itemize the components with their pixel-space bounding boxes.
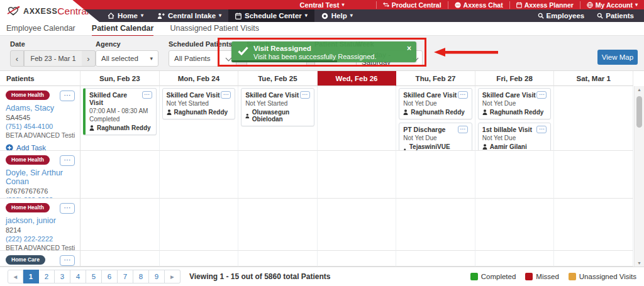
prev-week-button[interactable]: ‹ xyxy=(10,50,24,67)
calendar-cell[interactable] xyxy=(160,251,239,267)
patient-menu-button[interactable]: ⋯ xyxy=(60,155,75,166)
page-button-6[interactable]: 6 xyxy=(102,270,118,283)
visit-menu-button[interactable]: ⋯ xyxy=(536,91,547,99)
patient-menu-button[interactable]: ⋯ xyxy=(60,255,75,266)
visit-menu-button[interactable]: ⋯ xyxy=(458,91,468,99)
view-map-button[interactable]: View Map xyxy=(597,50,638,65)
patient-name-link[interactable]: Adams, Stacy xyxy=(6,104,75,113)
nav-central-intake[interactable]: Central Intake ▾ xyxy=(150,9,228,22)
calendar-cell[interactable] xyxy=(396,251,475,267)
calendar-cell[interactable] xyxy=(475,199,555,251)
calendar-cell[interactable] xyxy=(554,251,633,267)
patient-menu-button[interactable]: ⋯ xyxy=(60,203,75,214)
visit-card[interactable]: Skilled Care Visit⋯ Not Yet Due Raghunat… xyxy=(478,88,552,119)
my-account-menu[interactable]: My Account ▾ xyxy=(580,1,644,9)
tab-unassigned-patient-visits[interactable]: Unassigned Patient Visits xyxy=(170,24,259,35)
calendar-cell[interactable] xyxy=(396,199,475,251)
page-button-4[interactable]: 4 xyxy=(70,270,86,283)
patient-name-link[interactable]: jackson, junior xyxy=(6,216,75,225)
page-button-3[interactable]: 3 xyxy=(55,270,70,283)
tab-employee-calendar[interactable]: Employee Calendar xyxy=(6,24,75,35)
visit-status: Completed xyxy=(89,116,152,123)
toast-close-icon[interactable]: × xyxy=(407,45,411,52)
calendar-cell[interactable] xyxy=(80,199,160,251)
scroll-up-icon[interactable]: ▲ xyxy=(635,87,644,92)
caret-down-icon: ▾ xyxy=(150,55,153,62)
calendar-cell-sat[interactable] xyxy=(554,86,633,151)
top-red-bar: Central Test ▾ Product Central Axxess Ch… xyxy=(0,0,644,9)
calendar-cell-wed[interactable] xyxy=(318,86,397,151)
page-next-button[interactable]: ▸ xyxy=(165,270,180,283)
agency-select[interactable]: All selected ▾ xyxy=(96,50,158,67)
calendar-cell-fri[interactable]: Skilled Care Visit⋯ Not Yet Due Raghunat… xyxy=(475,86,555,151)
date-range-value[interactable]: Feb 23 - Mar 1 xyxy=(24,50,82,67)
calendar-cell[interactable] xyxy=(238,199,318,251)
calendar-cell[interactable] xyxy=(554,199,633,251)
calendar-cell[interactable] xyxy=(160,199,239,251)
page-prev-button[interactable]: ◂ xyxy=(8,270,23,283)
vertical-scrollbar[interactable]: ▲ ▼ xyxy=(634,86,644,267)
legend-unassigned: Unassigned Visits xyxy=(569,273,636,280)
add-task-button[interactable]: Add Task xyxy=(6,144,75,150)
calendar-cell[interactable] xyxy=(318,151,397,199)
program-badge: Home Health xyxy=(6,91,50,100)
calendar-cell[interactable] xyxy=(475,251,555,267)
page-button-1[interactable]: 1 xyxy=(23,270,39,283)
calendar-cell-tue[interactable]: Skilled Care Visit⋯ Not Yet Started Oluw… xyxy=(238,86,318,151)
patient-menu-button[interactable]: ⋯ xyxy=(60,91,75,101)
patient-phone-link[interactable]: (751) 454-4100 xyxy=(6,123,75,130)
calendar-cell[interactable] xyxy=(238,251,318,267)
calendar-cell[interactable] xyxy=(318,199,397,251)
scroll-down-icon[interactable]: ▼ xyxy=(635,261,644,265)
tab-patient-calendar[interactable]: Patient Calendar xyxy=(92,24,154,37)
visit-card[interactable]: Skilled Care Visit⋯ Not Yet Started Oluw… xyxy=(241,88,314,126)
caret-down-icon: ▾ xyxy=(635,3,638,8)
product-central-link[interactable]: Product Central xyxy=(376,1,448,9)
legend-completed: Completed xyxy=(470,273,516,280)
page-button-7[interactable]: 7 xyxy=(118,270,133,283)
missed-swatch xyxy=(525,273,533,280)
patient-row: Home Care ⋯ Prod Medical, Kiran Jadhav xyxy=(0,251,80,267)
calendar-cell-mon[interactable]: Skilled Care Visit⋯ Not Yet Started Ragh… xyxy=(160,86,239,151)
search-patients-link[interactable]: Patients xyxy=(592,12,639,19)
day-header-fri: Fri, Feb 28 xyxy=(475,71,555,86)
page-button-8[interactable]: 8 xyxy=(133,270,149,283)
calendar-cell[interactable] xyxy=(554,151,633,199)
calendar-cell[interactable] xyxy=(318,251,397,267)
patient-phone-link[interactable]: (333) 333-3333 xyxy=(6,196,75,198)
axxess-chat-link[interactable]: Axxess Chat xyxy=(448,1,509,9)
visit-card[interactable]: Skilled Care Visit⋯ 07:00 AM - 08:30 AM … xyxy=(83,88,157,135)
nav-help[interactable]: Help ▾ xyxy=(314,9,360,22)
visit-menu-button[interactable]: ⋯ xyxy=(458,126,468,133)
calendar-cell[interactable] xyxy=(238,151,318,199)
page-button-2[interactable]: 2 xyxy=(39,270,55,283)
scheduled-patients-select[interactable]: All Patients xyxy=(169,50,236,67)
calendar-cell-sun[interactable]: Skilled Care Visit⋯ 07:00 AM - 08:30 AM … xyxy=(80,86,160,151)
axxess-planner-link[interactable]: Axxess Planner xyxy=(509,1,580,9)
visit-menu-button[interactable]: ⋯ xyxy=(142,91,152,99)
calendar-cell[interactable] xyxy=(475,151,555,199)
page-button-5[interactable]: 5 xyxy=(86,270,102,283)
patient-phone-link[interactable]: (222) 222-2222 xyxy=(6,235,75,243)
search-employees-link[interactable]: Employees xyxy=(533,12,590,19)
calendar-cell-thu[interactable]: Skilled Care Visit⋯ Not Yet Due Raghunat… xyxy=(396,86,475,151)
patient-name-link[interactable]: Doyle, Sir Arthur Conan xyxy=(6,168,75,186)
visit-menu-button[interactable]: ⋯ xyxy=(300,91,310,99)
visit-card[interactable]: PT Discharge⋯ Not Yet Due TejaswiniVUE A… xyxy=(399,123,472,151)
calendar-cell[interactable] xyxy=(80,251,160,267)
calendar-cell[interactable] xyxy=(396,151,475,199)
calendar-cell[interactable] xyxy=(160,151,239,199)
visit-menu-button[interactable]: ⋯ xyxy=(536,126,547,133)
visit-card[interactable]: Skilled Care Visit⋯ Not Yet Started Ragh… xyxy=(162,88,236,119)
scrollbar-thumb[interactable] xyxy=(636,96,642,128)
calendar-cell[interactable] xyxy=(80,151,160,199)
visit-card[interactable]: Skilled Care Visit⋯ Not Yet Due Raghunat… xyxy=(399,88,472,119)
visit-menu-button[interactable]: ⋯ xyxy=(221,91,231,99)
nav-schedule-center[interactable]: Schedule Center ▾ xyxy=(228,9,314,22)
page-button-9[interactable]: 9 xyxy=(149,270,165,283)
nav-home[interactable]: Home ▾ xyxy=(101,9,150,22)
environment-selector[interactable]: Central Test ▾ xyxy=(300,1,345,9)
visit-card[interactable]: 1st billable Visit⋯ Not Yet Due Aamir Gi… xyxy=(478,123,552,151)
next-week-button[interactable]: › xyxy=(82,50,96,67)
day-header-wed-today: Wed, Feb 26 xyxy=(318,71,397,86)
